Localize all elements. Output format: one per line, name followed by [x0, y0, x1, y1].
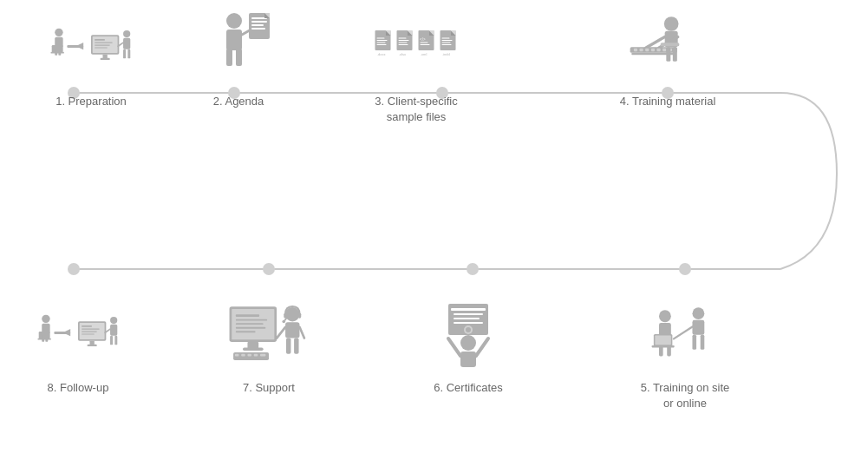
step-8-label: 8. Follow-up — [48, 380, 109, 396]
svg-rect-137 — [294, 338, 298, 354]
svg-rect-47 — [377, 40, 388, 41]
svg-text:</>: </> — [420, 37, 426, 42]
svg-rect-70 — [442, 40, 453, 41]
svg-rect-40 — [251, 28, 265, 30]
svg-line-135 — [299, 327, 303, 338]
svg-rect-28 — [123, 49, 126, 59]
svg-rect-55 — [399, 40, 409, 41]
svg-rect-117 — [236, 323, 264, 325]
step-1-label: 1. Preparation — [55, 94, 127, 109]
svg-rect-56 — [399, 43, 408, 43]
svg-rect-49 — [377, 44, 387, 45]
svg-text:.docx: .docx — [377, 52, 386, 56]
svg-point-132 — [282, 320, 285, 324]
svg-rect-101 — [701, 335, 705, 350]
svg-rect-152 — [90, 341, 95, 345]
svg-rect-64 — [421, 44, 430, 45]
step-1: 1. Preparation — [9, 9, 173, 109]
svg-rect-148 — [82, 325, 92, 327]
step-4-label: 4. Training material — [620, 94, 716, 109]
step-4-icon — [624, 9, 711, 87]
svg-rect-29 — [127, 49, 130, 59]
svg-rect-89 — [661, 43, 680, 46]
step-5-icon — [642, 295, 728, 373]
svg-rect-80 — [634, 49, 637, 51]
svg-rect-57 — [399, 44, 408, 45]
step-6-icon — [425, 295, 512, 373]
step-2: 2. Agenda — [182, 9, 295, 109]
step-7-icon — [225, 295, 312, 373]
svg-point-31 — [226, 13, 242, 29]
svg-rect-83 — [651, 49, 655, 51]
svg-rect-96 — [667, 345, 671, 356]
svg-rect-107 — [451, 308, 486, 311]
svg-rect-33 — [226, 49, 232, 66]
step-7: 7. Support — [208, 295, 330, 396]
svg-rect-103 — [460, 352, 476, 367]
svg-rect-145 — [54, 332, 70, 334]
svg-rect-153 — [88, 345, 97, 346]
svg-point-7 — [467, 263, 479, 275]
svg-rect-84 — [657, 49, 661, 51]
svg-point-9 — [68, 263, 80, 275]
svg-rect-143 — [45, 333, 48, 341]
svg-rect-25 — [101, 58, 110, 60]
svg-point-102 — [460, 335, 476, 351]
svg-text:.xlsx: .xlsx — [399, 52, 406, 56]
svg-rect-115 — [236, 314, 259, 317]
svg-point-154 — [110, 317, 117, 324]
step-3-label: 3. Client-specific sample files — [375, 94, 457, 125]
step-1-icon — [48, 9, 134, 87]
svg-rect-14 — [55, 47, 57, 55]
svg-rect-116 — [236, 319, 267, 321]
svg-text:.xml: .xml — [421, 52, 427, 56]
svg-rect-20 — [95, 39, 105, 41]
svg-rect-133 — [285, 322, 299, 338]
svg-rect-46 — [377, 38, 385, 39]
svg-point-90 — [659, 310, 671, 322]
svg-rect-156 — [110, 336, 113, 345]
svg-rect-82 — [645, 49, 649, 51]
svg-rect-150 — [82, 331, 97, 332]
svg-rect-63 — [421, 43, 428, 43]
svg-point-8 — [263, 263, 275, 275]
svg-rect-69 — [442, 38, 450, 39]
svg-rect-17 — [67, 45, 83, 48]
svg-rect-95 — [659, 345, 663, 356]
step-5: 5. Training on site or online — [607, 295, 763, 411]
svg-line-99 — [674, 327, 693, 339]
svg-rect-98 — [692, 320, 704, 335]
svg-line-104 — [448, 338, 460, 356]
step-2-label: 2. Agenda — [213, 94, 264, 109]
svg-rect-136 — [286, 338, 290, 354]
svg-rect-15 — [58, 47, 61, 55]
step-7-label: 7. Support — [243, 380, 295, 396]
svg-rect-34 — [236, 49, 242, 66]
svg-point-138 — [42, 315, 49, 323]
svg-rect-93 — [655, 336, 670, 345]
svg-text:.indd: .indd — [442, 52, 450, 56]
svg-line-105 — [476, 338, 488, 356]
svg-rect-124 — [241, 354, 245, 357]
svg-rect-71 — [442, 43, 451, 43]
step-2-icon — [195, 9, 282, 87]
svg-rect-100 — [692, 335, 696, 350]
step-5-label: 5. Training on site or online — [641, 380, 730, 411]
step-6-label: 6. Certificates — [434, 380, 502, 396]
svg-rect-54 — [399, 38, 407, 39]
svg-point-97 — [692, 307, 704, 319]
svg-point-74 — [664, 16, 679, 31]
svg-rect-21 — [95, 43, 113, 43]
svg-rect-121 — [243, 347, 264, 351]
svg-rect-85 — [662, 49, 666, 51]
svg-rect-27 — [123, 38, 130, 49]
svg-point-6 — [679, 263, 691, 275]
step-3-icon: .docx .xlsx </> .xml — [373, 9, 460, 87]
svg-rect-32 — [226, 30, 242, 50]
step-3: .docx .xlsx </> .xml — [330, 9, 503, 125]
svg-rect-123 — [235, 354, 239, 357]
svg-rect-110 — [454, 322, 483, 324]
svg-point-10 — [55, 29, 62, 36]
svg-rect-130 — [298, 312, 302, 318]
svg-rect-149 — [82, 329, 100, 330]
